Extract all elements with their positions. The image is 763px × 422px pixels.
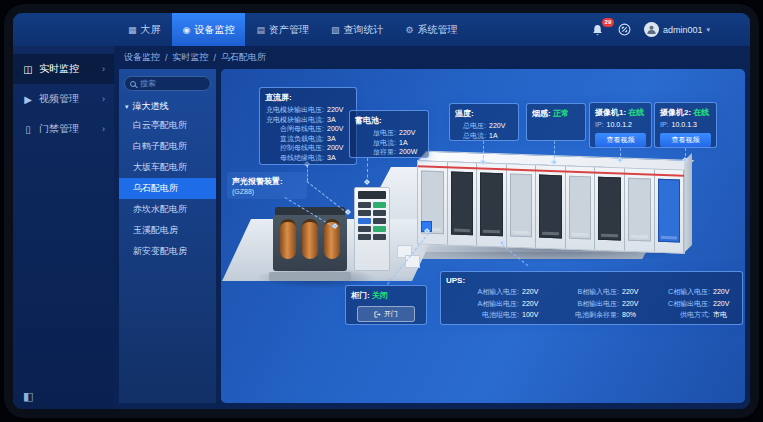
- door-icon: ▯: [22, 124, 34, 135]
- monitor-screen-icon: ◫: [22, 64, 34, 75]
- field-value: 220V: [713, 287, 737, 297]
- field-label: 总电流:: [455, 131, 486, 141]
- sidebar-item-access-control[interactable]: ▯ 门禁管理 ›: [13, 114, 114, 144]
- field-label: A相输入电压:: [446, 287, 519, 297]
- chevron-right-icon: ›: [102, 124, 105, 134]
- panel-title: 烟感:: [532, 109, 551, 118]
- view-video-button[interactable]: 查看视频: [660, 133, 711, 147]
- nav-tab-label: 大屏: [141, 23, 161, 37]
- field-label: 母线绝缘电流:: [265, 153, 324, 163]
- status-badge: 在线: [628, 108, 644, 117]
- tree-item-station-5[interactable]: 赤坎水配电所: [119, 199, 216, 220]
- battery-cabinet-3d: [354, 187, 390, 271]
- alarm-device-name: 声光报警装置:: [232, 176, 302, 187]
- search-input[interactable]: [140, 79, 205, 88]
- status-badge: 关闭: [372, 291, 388, 300]
- avatar: [644, 22, 659, 37]
- notification-bell-icon[interactable]: 29: [591, 23, 605, 37]
- chevron-right-icon: ›: [102, 64, 105, 74]
- status-badge: 正常: [553, 109, 569, 118]
- field-label: C相输出电压:: [646, 299, 710, 309]
- cabinet-unit: [655, 170, 685, 253]
- field-label: 合闸母线电压:: [265, 124, 324, 134]
- sidebar-item-video-management[interactable]: ▶ 视频管理 ›: [13, 84, 114, 114]
- nav-tab-system[interactable]: ⚙ 系统管理: [394, 13, 468, 46]
- tree-item-station-7[interactable]: 新安变配电房: [119, 241, 216, 262]
- tree-item-station-2[interactable]: 白鹤子配电所: [119, 136, 216, 157]
- field-value: 100V: [522, 310, 546, 320]
- nav-tab-statistics[interactable]: ▧ 查询统计: [320, 13, 395, 46]
- audible-alarm-label: 声光报警装置: (GZ88): [227, 172, 307, 199]
- chevron-right-icon: ›: [102, 94, 105, 104]
- tree-item-station-1[interactable]: 白云亭配电所: [119, 115, 216, 136]
- field-label: 电池剩余容量:: [546, 310, 619, 320]
- panel-title: 直流屏:: [265, 92, 351, 103]
- sidebar-item-label: 门禁管理: [39, 122, 79, 136]
- station-tree-panel: ▾ 漳大道线 白云亭配电所 白鹤子配电所 大坂车配电所 乌石配电所 赤坎水配电所…: [119, 69, 216, 403]
- screen-icon: ▦: [128, 25, 137, 35]
- field-value: 220V: [622, 299, 646, 309]
- ip-value: 10.0.1.2: [607, 120, 632, 130]
- field-value: 市电: [713, 310, 737, 320]
- user-menu[interactable]: admin001 ▾: [644, 22, 710, 37]
- open-door-button[interactable]: 开门: [357, 306, 415, 322]
- breadcrumb-item[interactable]: 设备监控: [124, 51, 160, 64]
- field-label: 总电压:: [455, 121, 486, 131]
- field-value: 220V: [327, 105, 351, 115]
- field-label: B相输出电压:: [546, 299, 619, 309]
- cabinet-unit: [595, 168, 625, 251]
- ip-label: IP:: [660, 120, 669, 130]
- sidebar-collapse-icon[interactable]: ◧: [13, 384, 114, 409]
- breadcrumb-separator: /: [214, 53, 217, 63]
- ip-label: IP:: [595, 120, 604, 130]
- field-label: 放电流:: [355, 138, 396, 148]
- topnav-right-cluster: 29 admin001 ▾: [591, 13, 710, 46]
- field-value: 1A: [399, 138, 423, 148]
- field-label: 放容量:: [355, 147, 396, 157]
- tree-item-station-4-selected[interactable]: 乌石配电所: [119, 178, 216, 199]
- caret-down-icon: ▾: [125, 103, 129, 111]
- nav-tab-dashboard[interactable]: ▦ 大屏: [117, 13, 172, 46]
- username: admin001: [663, 25, 703, 35]
- field-label: 电池组电压:: [446, 310, 519, 320]
- breadcrumb-item[interactable]: 乌石配电所: [221, 51, 266, 64]
- tree-root-node[interactable]: ▾ 漳大道线: [125, 100, 211, 113]
- camera2-panel: 摄像机2: 在线 IP:10.0.1.3 查看视频: [654, 102, 717, 148]
- field-value: 200V: [327, 143, 351, 153]
- field-value: 220V: [622, 287, 646, 297]
- connector-line: [307, 165, 308, 181]
- open-door-icon: [374, 311, 381, 318]
- sidebar-item-realtime-monitor[interactable]: ◫ 实时监控 ›: [13, 54, 114, 84]
- field-value: 220V: [489, 121, 513, 131]
- cabinet-unit: [625, 169, 655, 252]
- cabinet-unit: [477, 163, 507, 246]
- transformer-3d: [273, 207, 347, 281]
- temperature-panel: 温度: 总电压:220V 总电流:1A: [449, 103, 519, 141]
- field-label: 充电模块输出电流:: [265, 115, 324, 125]
- device-frame: ▦ 大屏 ◉ 设备监控 ▤ 资产管理 ▧ 查询统计 ⚙ 系统管理 29: [4, 4, 759, 418]
- cabinet-fronts: [417, 160, 685, 253]
- tree-item-station-6[interactable]: 玉溪配电房: [119, 220, 216, 241]
- top-nav: ▦ 大屏 ◉ 设备监控 ▤ 资产管理 ▧ 查询统计 ⚙ 系统管理 29: [13, 13, 750, 46]
- cabinet-unit: [566, 167, 596, 250]
- tree-item-station-3[interactable]: 大坂车配电所: [119, 157, 216, 178]
- field-label: A相输出电压:: [446, 299, 519, 309]
- sidebar: ◫ 实时监控 › ▶ 视频管理 › ▯ 门禁管理 › ◧: [13, 46, 114, 409]
- nav-tab-device-monitor[interactable]: ◉ 设备监控: [172, 13, 246, 46]
- stats-icon: ▧: [331, 25, 340, 35]
- view-video-button[interactable]: 查看视频: [595, 133, 646, 147]
- video-icon: ▶: [22, 94, 34, 105]
- camera1-panel: 摄像机1: 在线 IP:10.0.1.2 查看视频: [589, 102, 652, 148]
- field-label: 放电压:: [355, 128, 396, 138]
- gear-icon: ⚙: [405, 25, 413, 35]
- field-value: 220V: [522, 299, 546, 309]
- field-value: 220V: [522, 287, 546, 297]
- field-label: B相输入电压:: [546, 287, 619, 297]
- breadcrumb-item[interactable]: 实时监控: [173, 51, 209, 64]
- field-label: 控制母线电压:: [265, 143, 324, 153]
- nav-tab-assets[interactable]: ▤ 资产管理: [245, 13, 320, 46]
- field-label: 充电模块输出电压:: [265, 105, 324, 115]
- nav-tab-label: 资产管理: [269, 23, 309, 37]
- fullscreen-icon[interactable]: [618, 23, 631, 36]
- button-label: 开门: [384, 309, 398, 319]
